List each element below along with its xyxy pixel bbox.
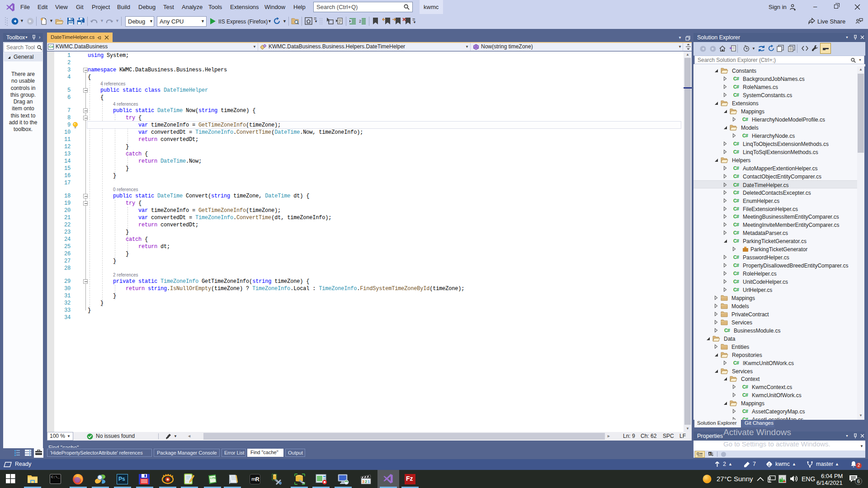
- svg-text:A: A: [709, 452, 711, 455]
- svg-text:3: 3: [362, 479, 364, 484]
- svg-text:2: 2: [359, 19, 361, 23]
- svg-text:2: 2: [365, 479, 367, 484]
- svg-text:LITE: LITE: [210, 477, 217, 479]
- svg-text:1: 1: [368, 479, 370, 484]
